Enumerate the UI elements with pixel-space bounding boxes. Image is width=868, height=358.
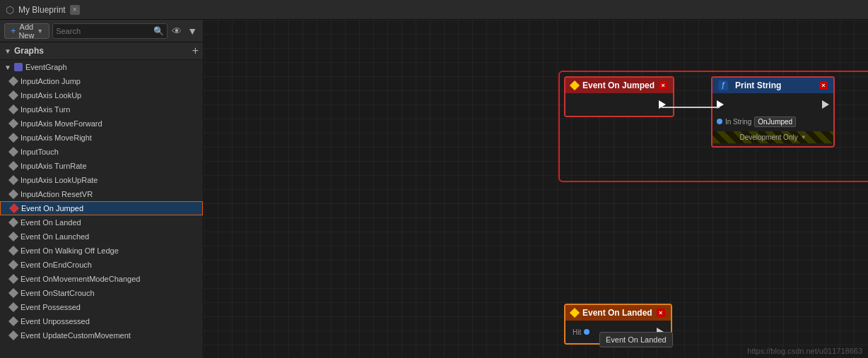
diamond-icon-event <box>9 203 19 213</box>
tree-item-label: Event On Jumped <box>21 204 83 213</box>
diamond-icon <box>8 119 18 129</box>
title-bar: ⬡ My Blueprint × <box>0 0 868 20</box>
exec-pin-out <box>822 100 829 109</box>
node-close-btn-print[interactable]: × <box>819 81 828 90</box>
in-string-value: OnJumped <box>754 117 796 127</box>
title-bar-title: My Blueprint <box>18 5 66 15</box>
add-new-label: Add New <box>18 23 35 40</box>
tree-item-label: InputTouch <box>20 148 59 156</box>
tree-item-inputaxis-lookuprate[interactable]: InputAxis LookUpRate <box>0 173 203 187</box>
diamond-icon <box>8 260 18 270</box>
node-close-btn-landed[interactable]: × <box>657 309 665 317</box>
tree-container[interactable]: ▼ EventGraph InputAction Jump InputAxis … <box>0 60 203 358</box>
tree-item-inputaction-jump[interactable]: InputAction Jump <box>0 74 203 88</box>
diamond-icon <box>8 232 18 241</box>
diamond-icon <box>8 90 18 100</box>
hit-pin <box>584 329 590 335</box>
canvas-area[interactable]: Event On Jumped × ƒ Print String × <box>204 20 868 358</box>
function-icon: ƒ <box>718 80 728 90</box>
tree-item-inputaxis-moveright[interactable]: InputAxis MoveRight <box>0 131 203 145</box>
tree-item-label: InputAxis TurnRate <box>20 162 87 170</box>
add-new-chevron: ▼ <box>37 28 43 35</box>
diamond-icon <box>8 217 18 227</box>
tree-item-event-landed[interactable]: Event On Landed <box>0 215 203 229</box>
tree-item-label: Event On Walking Off Ledge <box>20 246 119 255</box>
tree-item-label: InputAction Jump <box>20 77 81 85</box>
tree-item-inputaxis-turnrate[interactable]: InputAxis TurnRate <box>0 159 203 173</box>
tree-item-inputtouch[interactable]: InputTouch <box>0 145 203 159</box>
tree-item-event-movementmode[interactable]: Event OnMovementModeChanged <box>0 272 203 286</box>
node-pin-exec-in <box>712 96 833 113</box>
node-header-event-jumped: Event On Jumped × <box>565 78 673 93</box>
tree-item-label: InputAxis LookUpRate <box>20 176 98 184</box>
add-new-button[interactable]: + Add New ▼ <box>4 23 49 39</box>
node-body-event-jumped <box>565 93 673 116</box>
url-bar: https://blog.csdn.net/u011718663 <box>747 347 862 355</box>
node-header-print-string: ƒ Print String × <box>712 78 833 93</box>
url-text: https://blog.csdn.net/u011718663 <box>747 347 862 355</box>
tree-item-label: InputAxis LookUp <box>20 91 81 100</box>
node-print-string[interactable]: ƒ Print String × In String OnJumped Deve… <box>711 76 835 148</box>
event-graph-label: EventGraph <box>25 63 67 71</box>
diamond-icon <box>8 288 18 298</box>
graphs-add-button[interactable]: + <box>192 45 199 56</box>
diamond-icon <box>8 161 18 171</box>
diamond-icon <box>8 76 18 86</box>
node-title-event-jumped: Event On Jumped <box>582 80 655 90</box>
tree-item-event-jumped[interactable]: Event On Jumped <box>0 201 203 215</box>
graphs-collapse-arrow: ▼ <box>4 47 11 55</box>
in-string-label: In String <box>725 118 751 126</box>
tree-item-event-updatecustom[interactable]: Event UpdateCustomMovement <box>0 328 203 342</box>
node-event-jumped[interactable]: Event On Jumped × <box>564 76 674 117</box>
diamond-icon <box>8 147 18 157</box>
search-box[interactable]: 🔍 <box>52 23 168 39</box>
diamond-icon <box>8 302 18 312</box>
tooltip-event-landed: Event On Landed <box>599 332 673 347</box>
tree-item-inputaction-resetvr[interactable]: InputAction ResetVR <box>0 187 203 201</box>
tree-item-label: InputAction ResetVR <box>20 190 93 198</box>
tree-item-event-walking-off-ledge[interactable]: Event On Walking Off Ledge <box>0 244 203 258</box>
tree-item-label: Event UpdateCustomMovement <box>20 331 131 340</box>
tree-item-event-unpossessed[interactable]: Event Unpossessed <box>0 314 203 328</box>
toolbar: + Add New ▼ 🔍 👁 ▼ <box>0 20 203 42</box>
event-diamond-icon <box>570 80 580 90</box>
tree-item-event-possessed[interactable]: Event Possessed <box>0 300 203 314</box>
tree-item-label: Event On Landed <box>20 218 81 227</box>
plus-icon: + <box>11 25 16 36</box>
tree-item-label: InputAxis MoveRight <box>20 133 92 142</box>
tree-item-label: Event Possessed <box>20 303 81 311</box>
tree-item-label: Event OnStartCrouch <box>20 289 95 297</box>
tree-item-label: Event OnEndCrouch <box>20 261 92 269</box>
node-close-btn-jumped[interactable]: × <box>659 81 667 90</box>
tree-item-event-onendcrouch[interactable]: Event OnEndCrouch <box>0 258 203 272</box>
left-panel: + Add New ▼ 🔍 👁 ▼ ▼ Graphs + ▼ EventGrap… <box>0 20 204 358</box>
graphs-section-label: Graphs <box>14 46 192 56</box>
diamond-icon <box>8 133 18 143</box>
tooltip-label: Event On Landed <box>606 335 667 344</box>
tree-item-label: InputAxis Turn <box>20 105 70 114</box>
title-bar-close-btn[interactable]: × <box>70 5 80 15</box>
node-body-print-string: In String OnJumped Development Only ▼ <box>712 93 833 146</box>
diamond-icon <box>8 189 18 199</box>
search-input[interactable] <box>56 27 153 35</box>
tree-item-label: Event Unpossessed <box>20 317 90 326</box>
settings-icon[interactable]: ▼ <box>186 24 199 38</box>
tree-item-label: InputAxis MoveForward <box>20 119 102 128</box>
diamond-icon <box>8 175 18 185</box>
graphs-section-header[interactable]: ▼ Graphs + <box>0 42 203 60</box>
in-string-pin <box>717 119 722 124</box>
event-graph-item[interactable]: ▼ EventGraph <box>0 60 203 74</box>
tree-item-inputaxis-lookup[interactable]: InputAxis LookUp <box>0 88 203 102</box>
main-layout: + Add New ▼ 🔍 👁 ▼ ▼ Graphs + ▼ EventGrap… <box>0 20 868 358</box>
tree-item-event-onstartcrouch[interactable]: Event OnStartCrouch <box>0 286 203 300</box>
eye-icon[interactable]: 👁 <box>170 24 183 38</box>
event-diamond-icon-landed <box>570 308 580 318</box>
node-pin-in-string: In String OnJumped <box>712 113 833 130</box>
tree-item-event-launched[interactable]: Event On Launched <box>0 229 203 244</box>
tree-item-inputaxis-turn[interactable]: InputAxis Turn <box>0 102 203 117</box>
diamond-icon <box>8 246 18 256</box>
tree-item-inputaxis-moveforward[interactable]: InputAxis MoveForward <box>0 117 203 131</box>
node-title-print-string: Print String <box>735 80 815 90</box>
tree-item-label: Event On Launched <box>20 232 89 241</box>
node-header-event-landed: Event On Landed × <box>565 305 671 321</box>
